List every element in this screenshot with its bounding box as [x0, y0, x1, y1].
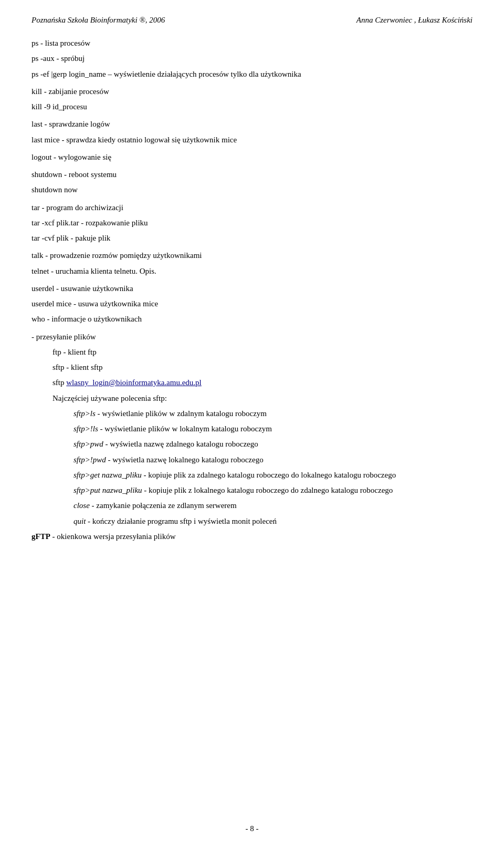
sftp-get-line: sftp>get nazwa_pliku - kopiuje plik za z…	[32, 469, 472, 481]
sftp-excl-ls-desc: - wyświetlanie plików w lokalnym katalog…	[98, 424, 272, 433]
sftp-ls-desc: - wyświetlanie plików w zdalnym katalogu…	[96, 409, 267, 418]
shutdown-now-text: shutdown now	[32, 184, 472, 196]
ps-aux: ps -aux - spróbuj	[32, 53, 472, 65]
sftp-prefix: sftp	[52, 378, 66, 387]
header-right: Anna Czerwoniec , Łukasz Kościński	[356, 16, 472, 25]
sftp-ls-label: sftp>ls	[74, 409, 96, 418]
sftp-excl-pwd-desc: - wyświetla nazwę lokalnego katalogu rob…	[106, 455, 264, 464]
sftp-login-text: sftp wlasny_login@bioinformatyka.amu.edu…	[32, 377, 472, 389]
ps-section: ps - lista procesów ps -aux - spróbuj ps…	[32, 37, 472, 80]
sftp-put-desc: - kopiuje plik z lokalnego katalogu robo…	[142, 486, 393, 494]
userdel-section: userdel - usuwanie użytkownika userdel m…	[32, 283, 472, 326]
page-number: - 8 -	[246, 824, 259, 833]
shutdown-text: shutdown - reboot systemu	[32, 169, 472, 181]
sftp-get-label: sftp>get nazwa_pliku	[74, 471, 142, 479]
najczesciej-text: Najczęściej używane polecenia sftp:	[32, 392, 472, 405]
page-header: Poznańska Szkoła Bioinformatyki ®, 2006 …	[32, 16, 472, 25]
ps-lista: ps - lista procesów	[32, 37, 472, 49]
gftp-line: gFTP - okienkowa wersja przesyłania plik…	[32, 531, 472, 543]
kill-text: kill - zabijanie procesów	[32, 86, 472, 98]
last-mice-text: last mice - sprawdza kiedy ostatnio logo…	[32, 134, 472, 146]
gftp-label: gFTP	[32, 532, 50, 541]
sftp-excl-ls-label: sftp>!ls	[74, 424, 98, 433]
shutdown-section: shutdown - reboot systemu shutdown now	[32, 169, 472, 196]
przesylanie-text: - przesyłanie plików	[32, 331, 472, 343]
sftp-get-desc: - kopiuje plik za zdalnego katalogu robo…	[142, 471, 396, 479]
close-label: close	[74, 501, 90, 510]
userdel-text: userdel - usuwanie użytkownika	[32, 283, 472, 295]
tar-section: tar - program do archiwizacji tar -xcf p…	[32, 202, 472, 245]
kill-section: kill - zabijanie procesów kill -9 id_pro…	[32, 86, 472, 113]
sftp-excl-pwd-label: sftp>!pwd	[74, 455, 106, 464]
tar-xcf-ext: .tar	[69, 219, 79, 227]
who-text: who - informacje o użytkownikach	[32, 313, 472, 325]
close-desc: - zamykanie połączenia ze zdlanym serwer…	[90, 501, 237, 510]
ps-ef: ps -ef |gerp login_name – wyświetlenie d…	[32, 68, 472, 80]
tar-cvf-text: tar -cvf plik - pakuje plik	[32, 232, 472, 244]
kill9-text: kill -9 id_procesu	[32, 101, 472, 113]
tar-xcf-label: tar -xcf plik	[32, 219, 69, 227]
userdel-mice-text: userdel mice - usuwa użytkownika mice	[32, 298, 472, 310]
logout-text: logout - wylogowanie się	[32, 151, 472, 163]
last-section: last - sprawdzanie logów last mice - spr…	[32, 118, 472, 146]
sftp-link[interactable]: wlasny_login@bioinformatyka.amu.edu.pl	[66, 378, 202, 387]
sftp-put-label: sftp>put nazwa_pliku	[74, 486, 142, 494]
header-left: Poznańska Szkoła Bioinformatyki ®, 2006	[32, 16, 165, 25]
main-content: ps - lista procesów ps -aux - spróbuj ps…	[32, 37, 472, 543]
talk-text: talk - prowadzenie rozmów pomiędzy użytk…	[32, 250, 472, 262]
gftp-desc: - okienkowa wersja przesyłania plików	[50, 532, 176, 541]
ftp-text: ftp - klient ftp	[32, 346, 472, 358]
sftp-excl-ls-line: sftp>!ls - wyświetlanie plików w lokalny…	[32, 423, 472, 435]
quit-label: quit	[74, 517, 86, 525]
page-footer: - 8 -	[0, 824, 504, 833]
ps-ef-text: ps -ef |gerp login_name – wyświetlenie d…	[32, 70, 301, 78]
sftp-pwd-desc: - wyświetla nazwę zdalnego katalogu robo…	[103, 440, 258, 448]
tar-xcf-desc: - rozpakowanie pliku	[79, 219, 148, 227]
last-text: last - sprawdzanie logów	[32, 118, 472, 130]
sftp-excl-pwd-line: sftp>!pwd - wyświetla nazwę lokalnego ka…	[32, 454, 472, 466]
tar-xcf-text: tar -xcf plik.tar - rozpakowanie pliku	[32, 217, 472, 229]
sftp-put-line: sftp>put nazwa_pliku - kopiuje plik z lo…	[32, 484, 472, 496]
telnet-text: telnet - uruchamia klienta telnetu. Opis…	[32, 265, 472, 277]
sftp-ls-line: sftp>ls - wyświetlanie plików w zdalnym …	[32, 408, 472, 420]
ftp-section: - przesyłanie plików ftp - klient ftp sf…	[32, 331, 472, 543]
quit-desc: - kończy działanie programu sftp i wyświ…	[86, 517, 277, 525]
talk-section: talk - prowadzenie rozmów pomiędzy użytk…	[32, 250, 472, 277]
close-line: close - zamykanie połączenia ze zdlanym …	[32, 500, 472, 512]
quit-line: quit - kończy działanie programu sftp i …	[32, 515, 472, 527]
logout-section: logout - wylogowanie się	[32, 151, 472, 163]
sftp-pwd-label: sftp>pwd	[74, 440, 103, 448]
tar-text: tar - program do archiwizacji	[32, 202, 472, 214]
sftp-pwd-line: sftp>pwd - wyświetla nazwę zdalnego kata…	[32, 438, 472, 450]
sftp-text: sftp - klient sftp	[32, 361, 472, 374]
